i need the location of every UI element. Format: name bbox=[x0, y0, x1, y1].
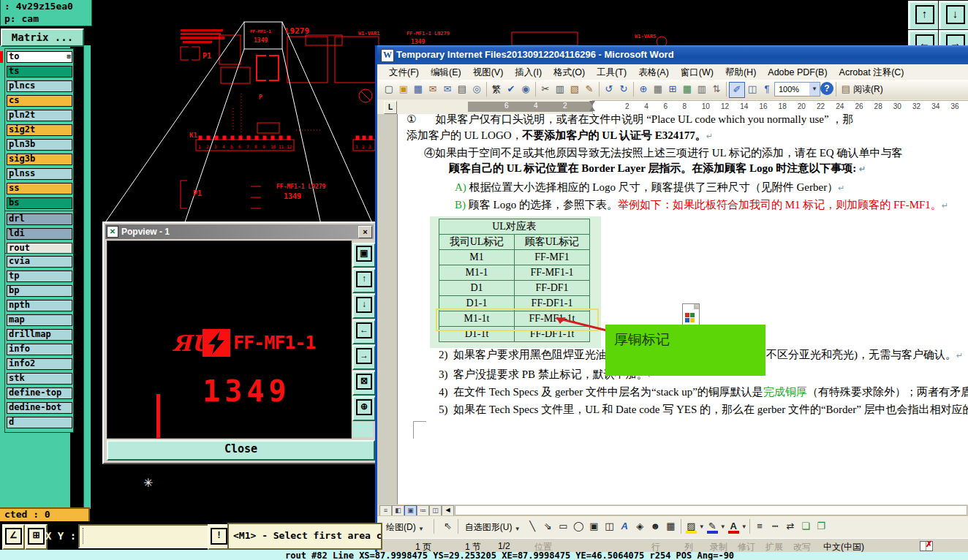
redo-icon[interactable]: ↻ bbox=[616, 82, 631, 97]
layer-tp[interactable]: tp bbox=[7, 270, 72, 282]
oval-icon[interactable]: ◯ bbox=[571, 519, 586, 534]
layer-ss[interactable]: ss bbox=[7, 183, 72, 194]
menu-adobepdfb[interactable]: Adobe PDF(B) bbox=[762, 65, 833, 77]
popview-titlebar[interactable]: Popview - 1 bbox=[105, 224, 374, 239]
popview-pan-left-button[interactable]: ← bbox=[352, 319, 376, 344]
chevron-down-icon[interactable]: ▼ bbox=[720, 519, 726, 530]
callout-box[interactable]: 厚铜标记 bbox=[605, 325, 765, 376]
popview-close-icon[interactable]: × bbox=[358, 226, 372, 238]
document-map-icon[interactable]: ◫ bbox=[745, 82, 760, 97]
vertical-text-box-icon[interactable]: ◫ bbox=[602, 519, 617, 534]
grid-toggle-button[interactable]: ⊞ bbox=[25, 524, 48, 550]
popview-clone-view-button[interactable]: ▣ bbox=[352, 243, 376, 268]
chevron-down-icon[interactable]: ▼ bbox=[741, 519, 747, 530]
find-replace-icon[interactable]: ◉ bbox=[518, 82, 533, 97]
font-color-icon[interactable]: A bbox=[726, 519, 741, 534]
menu-o[interactable]: 格式(O) bbox=[548, 64, 591, 79]
save-icon[interactable]: ▦ bbox=[411, 82, 426, 97]
insert-picture-icon[interactable]: ▦ bbox=[663, 519, 678, 534]
format-painter-icon[interactable]: ✎ bbox=[582, 82, 597, 97]
show-hide-icon[interactable]: ¶ bbox=[760, 82, 774, 97]
word-titlebar[interactable]: Temporary Internet Files2013091220411629… bbox=[377, 45, 968, 64]
layer-ldi[interactable]: ldi bbox=[7, 228, 72, 240]
first-line-indent-marker[interactable] bbox=[589, 101, 595, 105]
layer-sig3b[interactable]: sig3b bbox=[7, 154, 72, 165]
layer-bp[interactable]: bp bbox=[7, 285, 72, 297]
layer-info2[interactable]: info2 bbox=[7, 358, 72, 370]
reading-layout-view-button[interactable]: ◫ bbox=[429, 505, 442, 516]
cut-icon[interactable]: ✂ bbox=[538, 82, 553, 97]
chevron-down-icon[interactable]: ▼ bbox=[809, 83, 820, 96]
menu-t[interactable]: 工具(T) bbox=[591, 64, 632, 79]
web-layout-view-button[interactable]: ◧ bbox=[392, 505, 404, 516]
document-area[interactable]: ①如果客户仅有口头说明，或者在文件中说明 “Place UL code whic… bbox=[377, 114, 968, 504]
menu-w[interactable]: 窗口(W) bbox=[675, 64, 719, 79]
text-box-icon[interactable]: ▣ bbox=[586, 519, 602, 534]
insert-excel-icon[interactable]: ▦ bbox=[680, 82, 695, 97]
tab-type-selector[interactable]: L bbox=[384, 101, 397, 114]
popview-canvas[interactable]: ЯU FF-MF1-1 1349 bbox=[107, 241, 352, 439]
popview-pan-right-button[interactable]: → bbox=[352, 345, 376, 370]
layer-npth[interactable]: npth bbox=[7, 300, 72, 311]
menu-a[interactable]: 表格(A) bbox=[632, 64, 675, 79]
read-layout-icon[interactable]: ▤ bbox=[839, 82, 853, 97]
line-style-icon[interactable]: ≡ bbox=[752, 519, 768, 534]
popview-close-button[interactable]: Close bbox=[107, 440, 375, 461]
layer-define-top[interactable]: define-top bbox=[7, 387, 72, 399]
rectangle-icon[interactable]: ▭ bbox=[556, 519, 571, 534]
permission-icon[interactable]: ✉ bbox=[426, 82, 440, 97]
layer-to[interactable]: to⊞ bbox=[7, 51, 72, 63]
layer-d[interactable]: d bbox=[7, 417, 72, 428]
read-layout-button[interactable]: 阅读(R) bbox=[853, 82, 883, 97]
cad-pan-down-button[interactable]: ↓ bbox=[939, 1, 968, 32]
status-language[interactable]: 中文(中国) bbox=[823, 541, 864, 552]
zoom-combobox[interactable]: 100%▼ bbox=[774, 82, 820, 97]
print-icon[interactable]: ▤ bbox=[455, 82, 469, 97]
print-preview-icon[interactable]: ◎ bbox=[469, 82, 484, 97]
fill-color-icon[interactable]: ▨ bbox=[684, 519, 699, 534]
popview-zoom-fit-button[interactable]: ⊠ bbox=[352, 371, 376, 396]
hyperlink-icon[interactable]: ⊕ bbox=[636, 82, 651, 97]
threed-style-icon[interactable]: ❐ bbox=[814, 519, 829, 534]
line-icon[interactable]: ╲ bbox=[525, 519, 540, 534]
scroll-left-icon[interactable]: ◀ bbox=[442, 505, 454, 516]
ruler-margin-segment[interactable]: 642 bbox=[468, 102, 592, 112]
layer-cvia[interactable]: cvia bbox=[7, 256, 72, 268]
layer-drillmap[interactable]: drillmap bbox=[7, 329, 72, 341]
menu-h[interactable]: 帮助(H) bbox=[719, 64, 762, 79]
columns-icon[interactable]: ▥ bbox=[695, 82, 709, 97]
layer-dedine-bot[interactable]: dedine-bot bbox=[7, 402, 72, 414]
layer-drl[interactable]: drl bbox=[7, 213, 72, 225]
clip-art-icon[interactable]: ☻ bbox=[648, 519, 663, 534]
menu-i[interactable]: 插入(I) bbox=[509, 64, 548, 79]
open-folder-icon[interactable]: ▣ bbox=[396, 82, 411, 97]
email-icon[interactable]: ✉ bbox=[440, 82, 455, 97]
menu-e[interactable]: 编辑(E) bbox=[425, 64, 467, 79]
layer-pln3b[interactable]: pln3b bbox=[7, 139, 72, 151]
popview-pan-down-button[interactable]: ↓ bbox=[352, 294, 376, 319]
draw-menu-button[interactable]: 绘图(D) ▼ bbox=[382, 519, 428, 536]
shadow-style-icon[interactable]: ❏ bbox=[798, 519, 814, 534]
layer-ts[interactable]: ts bbox=[7, 66, 72, 77]
menu-acrobatc[interactable]: Acrobat 注释(C) bbox=[833, 64, 910, 79]
layer-pln2t[interactable]: pln2t bbox=[7, 110, 72, 121]
layer-info[interactable]: info bbox=[7, 344, 72, 355]
arrow-style-icon[interactable]: ⇄ bbox=[783, 519, 798, 534]
layer-cs[interactable]: cs bbox=[7, 95, 72, 107]
select-objects-icon[interactable]: ⇖ bbox=[440, 519, 455, 534]
ruler-page-segment[interactable]: 24681012141618202224262830323436 bbox=[592, 100, 968, 115]
snap-mode-button[interactable]: ∠ bbox=[2, 524, 25, 550]
layer-sig2t[interactable]: sig2t bbox=[7, 124, 72, 136]
chevron-down-icon[interactable]: ▼ bbox=[699, 519, 705, 530]
autoshapes-menu-button[interactable]: 自选图形(U) ▼ bbox=[461, 519, 525, 536]
drawing-toggle-icon[interactable]: ✐ bbox=[729, 82, 745, 98]
menu-v[interactable]: 视图(V) bbox=[467, 64, 510, 79]
hanging-indent-marker[interactable] bbox=[589, 107, 595, 111]
line-color-icon[interactable]: ✎ bbox=[705, 519, 720, 534]
normal-view-button[interactable]: ≡ bbox=[379, 505, 392, 516]
layer-map[interactable]: map bbox=[7, 314, 72, 326]
spelling-grammar-icon[interactable]: ✔ bbox=[504, 82, 518, 97]
print-layout-view-button[interactable]: ▣ bbox=[404, 505, 417, 516]
help-button[interactable]: ? bbox=[820, 82, 833, 95]
menu-f[interactable]: 文件(F) bbox=[383, 64, 425, 79]
